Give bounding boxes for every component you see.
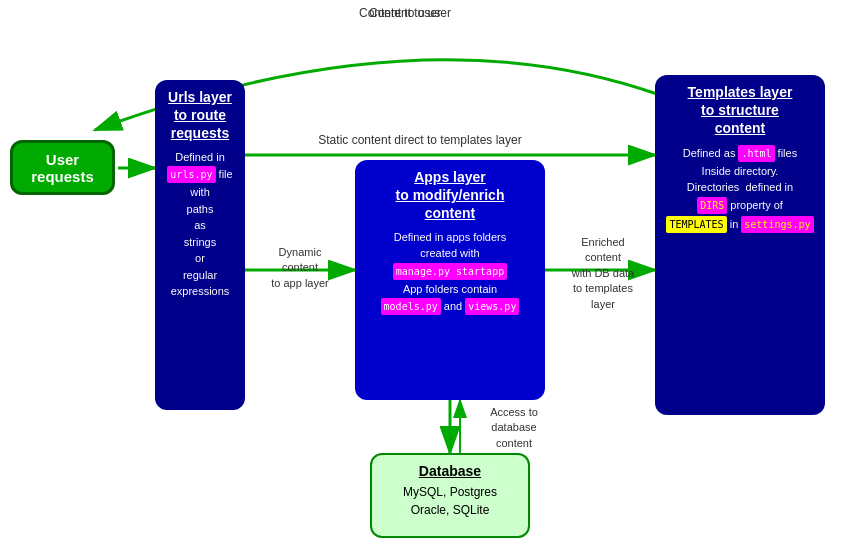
content-to-user-label2: Content to user — [310, 6, 510, 20]
urls-layer-box: Urls layerto routerequests Defined in ur… — [155, 80, 245, 410]
templates-box-title: Templates layerto structurecontent — [663, 83, 817, 138]
dirs-code: DIRS — [697, 197, 727, 214]
apps-box-content: Defined in apps folders created with man… — [363, 229, 537, 317]
models-py-code: models.py — [381, 298, 441, 315]
architecture-diagram: Content to user Content to user Static c… — [0, 0, 842, 553]
views-py-code: views.py — [465, 298, 519, 315]
html-code: .html — [738, 145, 774, 162]
user-requests-label: User requests — [21, 151, 104, 185]
apps-box-title: Apps layerto modify/enrichcontent — [363, 168, 537, 223]
db-title: Database — [380, 463, 520, 479]
database-box: Database MySQL, PostgresOracle, SQLite — [370, 453, 530, 538]
db-access-label: Access todatabasecontent — [464, 405, 564, 451]
db-content: MySQL, PostgresOracle, SQLite — [380, 483, 520, 519]
static-content-label: Static content direct to templates layer — [280, 133, 560, 147]
urls-py-code: urls.py — [167, 166, 215, 183]
user-requests-box: User requests — [10, 140, 115, 195]
dynamic-content-label: Dynamiccontentto app layer — [255, 245, 345, 291]
templates-code: TEMPLATES — [666, 216, 726, 233]
enriched-content-label: Enrichedcontentwith DB datato templatesl… — [548, 235, 658, 312]
apps-layer-box: Apps layerto modify/enrichcontent Define… — [355, 160, 545, 400]
manage-py-code: manage.py startapp — [393, 263, 507, 280]
settings-code: settings.py — [741, 216, 813, 233]
templates-box-content: Defined as .html files Inside directory.… — [663, 144, 817, 234]
templates-layer-box: Templates layerto structurecontent Defin… — [655, 75, 825, 415]
urls-box-content: Defined in urls.py file with pathsasstri… — [163, 149, 237, 300]
urls-box-title: Urls layerto routerequests — [163, 88, 237, 143]
